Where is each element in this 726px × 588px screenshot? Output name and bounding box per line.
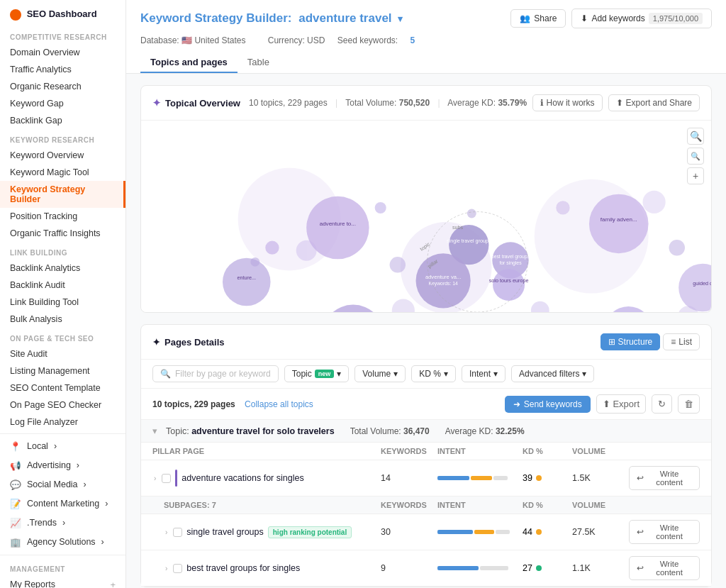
tab-topics-pages[interactable]: Topics and pages — [140, 52, 238, 73]
delete-button[interactable]: 🗑 — [678, 394, 700, 414]
sidebar-item-position-tracking[interactable]: Position Tracking — [0, 208, 125, 225]
sidebar-group-content-marketing[interactable]: 📝 Content Marketing › — [0, 494, 125, 514]
export-button[interactable]: ⬆ Export — [596, 394, 646, 414]
sidebar-group-advertising[interactable]: 📢 Advertising › — [0, 456, 125, 475]
section-keyword-research: KEYWORD RESEARCH — [0, 129, 125, 147]
structure-view-button[interactable]: ⊞ Structure — [601, 333, 661, 350]
how-it-works-button[interactable]: ℹ How it works — [532, 94, 603, 111]
sidebar-group-label: Local — [27, 441, 48, 451]
ai-sparkle-icon: ✦ — [152, 97, 161, 109]
sidebar-group-trends[interactable]: 📈 .Trends › — [0, 514, 125, 533]
subpage-2-intent — [437, 566, 523, 570]
search-icon: 🔍 — [160, 369, 171, 379]
expand-icon-button[interactable]: + — [687, 167, 704, 184]
svg-point-13 — [643, 191, 666, 213]
advanced-filter-button[interactable]: Advanced filters ▾ — [511, 365, 594, 382]
sidebar-item-traffic-analytics[interactable]: Traffic Analytics — [0, 61, 125, 78]
share-button[interactable]: 👥 Share — [510, 9, 566, 28]
svg-point-0 — [10, 9, 21, 21]
send-keywords-button[interactable]: ➜ Send keywords — [505, 396, 591, 413]
sidebar-group-social-media[interactable]: 💬 Social Media › — [0, 475, 125, 494]
sidebar-item-log-file-analyzer[interactable]: Log File Analyzer — [0, 414, 125, 431]
subpage-1-keywords: 30 — [381, 527, 437, 537]
title-dropdown-icon[interactable]: ▾ — [398, 13, 403, 24]
sidebar-item-backlink-analytics[interactable]: Backlink Analytics — [0, 260, 125, 277]
topic-filter-button[interactable]: Topic new ▾ — [284, 365, 350, 382]
write-content-button-pillar[interactable]: ↩ Write content — [629, 466, 700, 490]
sidebar-group-local[interactable]: 📍 Local › — [0, 437, 125, 456]
sidebar-item-label: My Reports — [10, 579, 55, 588]
topics-actions: ➜ Send keywords ⬆ Export ↻ 🗑 — [505, 394, 700, 414]
sidebar-item-label: Organic Research — [10, 82, 82, 91]
sidebar-item-seo-content-template[interactable]: SEO Content Template — [0, 379, 125, 396]
col-volume: Volume — [572, 447, 629, 455]
sidebar-item-keyword-strategy-builder[interactable]: Keyword Strategy Builder — [0, 181, 125, 208]
write-content-button-1[interactable]: ↩ Write content — [629, 520, 700, 544]
expand-subpage-2-button[interactable]: › — [164, 563, 169, 574]
collapse-link[interactable]: Collapse all topics — [245, 399, 313, 409]
topical-overview-card: ✦ Topical Overview 10 topics, 229 pages … — [140, 85, 712, 313]
export-icon: ⬆ — [603, 399, 610, 409]
svg-point-10 — [467, 209, 476, 218]
svg-text:family adven...: family adven... — [601, 216, 637, 223]
sidebar-item-my-reports[interactable]: My Reports + — [0, 576, 125, 588]
refresh-button[interactable]: ↻ — [652, 394, 672, 414]
subpage-1-checkbox[interactable] — [173, 528, 182, 537]
add-keywords-button[interactable]: ⬇ Add keywords 1,975/10,000 — [571, 9, 712, 28]
sidebar-item-listing-management[interactable]: Listing Management — [0, 362, 125, 379]
subpage-1-write-action: ↩ Write content — [629, 520, 700, 544]
sidebar-logo: SEO Dashboard — [0, 0, 125, 26]
add-report-icon[interactable]: + — [110, 579, 116, 588]
kd-filter-button[interactable]: KD % ▾ — [411, 365, 456, 382]
svg-text:for singles: for singles — [499, 260, 522, 266]
subpage-1-intent — [437, 530, 523, 534]
chevron-down-icon-4: ▾ — [493, 369, 498, 379]
subpage-2-checkbox[interactable] — [173, 564, 182, 573]
expand-subpage-1-button[interactable]: › — [164, 527, 169, 538]
subpage-1-kd: 44 — [523, 527, 572, 537]
sidebar-item-domain-overview[interactable]: Domain Overview — [0, 44, 125, 61]
subpage-1-name: › single travel groups high ranking pote… — [164, 526, 381, 538]
list-view-button[interactable]: ≡ List — [663, 333, 700, 350]
chevron-down-icon-topic[interactable]: ▾ — [152, 426, 157, 436]
chevron-right-icon: › — [54, 441, 57, 451]
export-share-button[interactable]: ⬆ Export and Share — [608, 94, 700, 111]
sidebar-item-backlink-audit[interactable]: Backlink Audit — [0, 277, 125, 294]
sidebar-item-keyword-gap[interactable]: Keyword Gap — [0, 95, 125, 112]
expand-pillar-button[interactable]: › — [152, 473, 157, 484]
topics-bar: 10 topics, 229 pages Collapse all topics… — [141, 389, 711, 420]
sidebar-group-agency-solutions[interactable]: 🏢 Agency Solutions › — [0, 533, 125, 552]
header-actions: 👥 Share ⬇ Add keywords 1,975/10,000 — [510, 9, 712, 28]
sidebar-item-backlink-gap[interactable]: Backlink Gap — [0, 112, 125, 129]
sidebar-item-on-page-seo-checker[interactable]: On Page SEO Checker — [0, 396, 125, 414]
subpages-label: Subpages: 7 — [164, 501, 381, 509]
sidebar-item-keyword-magic-tool[interactable]: Keyword Magic Tool — [0, 164, 125, 181]
subpage-2-kd: 27 — [523, 563, 572, 573]
col-kd: KD % — [523, 447, 572, 455]
advertising-icon: 📢 — [10, 460, 21, 471]
intent-bar-1 — [437, 530, 523, 534]
pillar-intent — [437, 476, 523, 480]
write-content-button-2[interactable]: ↩ Write content — [629, 556, 700, 580]
section-competitive: COMPETITIVE RESEARCH — [0, 26, 125, 44]
filter-input[interactable]: 🔍 Filter by page or keyword — [152, 365, 279, 382]
intent-filter-button[interactable]: Intent ▾ — [462, 365, 506, 382]
sub-col-volume: Volume — [572, 501, 629, 509]
write-icon-1: ↩ — [637, 527, 644, 537]
sidebar-item-label: Keyword Overview — [10, 150, 84, 160]
volume-filter-button[interactable]: Volume ▾ — [354, 365, 406, 382]
filter-placeholder: Filter by page or keyword — [175, 369, 271, 379]
sidebar-item-organic-traffic-insights[interactable]: Organic Traffic Insights — [0, 225, 125, 242]
zoom-in-button[interactable]: 🔍 — [687, 128, 704, 145]
zoom-out-button[interactable]: 🔍 — [687, 148, 704, 165]
sidebar-item-keyword-overview[interactable]: Keyword Overview — [0, 147, 125, 164]
sidebar-item-site-audit[interactable]: Site Audit — [0, 345, 125, 362]
sidebar-item-link-building-tool[interactable]: Link Building Tool — [0, 294, 125, 311]
content-marketing-icon: 📝 — [10, 499, 21, 509]
sidebar-item-organic-research[interactable]: Organic Research — [0, 78, 125, 95]
sidebar-item-bulk-analysis[interactable]: Bulk Analysis — [0, 311, 125, 328]
subpage-2-name: › best travel groups for singles — [164, 563, 381, 574]
sidebar-item-label: Domain Overview — [10, 48, 80, 57]
pillar-checkbox[interactable] — [162, 474, 171, 483]
tab-table[interactable]: Table — [238, 52, 279, 73]
